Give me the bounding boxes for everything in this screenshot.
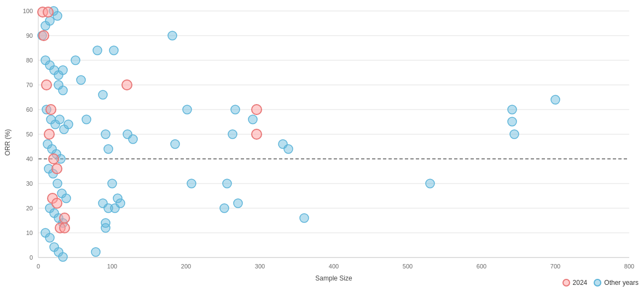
- scatter-plot: 0 10 20 30 40 50 60 70 80 90 100 ORR (%)…: [0, 0, 644, 292]
- svg-text:30: 30: [26, 180, 33, 187]
- svg-text:500: 500: [403, 263, 413, 270]
- chart-container: 0 10 20 30 40 50 60 70 80 90 100 ORR (%)…: [0, 0, 644, 292]
- svg-point-91: [187, 179, 196, 188]
- svg-point-96: [234, 199, 242, 208]
- svg-point-74: [98, 90, 107, 99]
- svg-point-112: [49, 154, 59, 164]
- svg-point-107: [43, 7, 53, 17]
- svg-point-94: [228, 130, 237, 139]
- svg-point-104: [551, 95, 560, 104]
- svg-point-105: [426, 179, 434, 188]
- svg-point-111: [44, 129, 54, 139]
- svg-text:40: 40: [26, 156, 33, 162]
- svg-point-121: [252, 129, 262, 139]
- legend-icon-other: [594, 279, 601, 287]
- svg-point-90: [183, 105, 192, 114]
- svg-point-93: [223, 179, 231, 188]
- svg-text:100: 100: [107, 263, 117, 270]
- svg-point-97: [248, 115, 257, 124]
- svg-text:70: 70: [26, 82, 33, 88]
- svg-point-113: [52, 164, 62, 174]
- legend-item-2024: 2024: [562, 279, 588, 287]
- svg-text:50: 50: [26, 131, 33, 138]
- svg-point-68: [59, 253, 67, 261]
- svg-text:100: 100: [23, 8, 33, 14]
- y-axis-label: ORR (%): [4, 129, 11, 156]
- svg-point-44: [59, 86, 67, 95]
- svg-point-50: [64, 120, 73, 129]
- svg-point-81: [109, 46, 118, 55]
- svg-point-115: [52, 198, 62, 208]
- svg-text:200: 200: [181, 263, 191, 270]
- legend-label-other: Other years: [604, 279, 639, 287]
- svg-point-72: [82, 115, 91, 124]
- svg-point-92: [220, 204, 229, 213]
- chart-legend: 2024 Other years: [562, 279, 639, 287]
- svg-point-57: [53, 179, 62, 188]
- svg-text:700: 700: [550, 263, 560, 270]
- svg-text:10: 10: [26, 230, 33, 236]
- svg-point-101: [508, 105, 517, 114]
- svg-point-80: [101, 224, 110, 232]
- svg-point-109: [42, 80, 51, 90]
- svg-text:20: 20: [26, 205, 33, 211]
- svg-point-76: [104, 145, 113, 153]
- x-axis-label: Sample Size: [315, 274, 352, 282]
- svg-text:600: 600: [477, 263, 486, 270]
- svg-point-75: [101, 130, 110, 139]
- svg-point-117: [60, 223, 69, 233]
- svg-point-118: [60, 213, 69, 223]
- svg-point-70: [71, 56, 80, 65]
- svg-point-35: [45, 16, 54, 25]
- svg-point-99: [284, 145, 293, 153]
- svg-point-82: [108, 179, 117, 188]
- svg-point-89: [171, 140, 179, 148]
- svg-point-119: [122, 80, 132, 90]
- svg-point-65: [45, 233, 54, 242]
- svg-point-100: [300, 214, 309, 222]
- svg-point-85: [116, 199, 125, 208]
- svg-text:0: 0: [30, 254, 33, 261]
- svg-point-48: [55, 115, 64, 124]
- svg-point-108: [39, 31, 49, 41]
- svg-point-69: [91, 248, 100, 256]
- svg-text:80: 80: [26, 57, 33, 64]
- svg-point-73: [93, 46, 102, 55]
- legend-icon-2024: [562, 279, 570, 287]
- legend-label-2024: 2024: [573, 279, 588, 287]
- svg-point-59: [62, 194, 71, 203]
- svg-point-103: [510, 130, 519, 139]
- svg-point-88: [168, 31, 177, 40]
- svg-point-37: [53, 12, 62, 20]
- svg-text:800: 800: [624, 263, 634, 270]
- svg-text:90: 90: [26, 32, 33, 39]
- svg-text:0: 0: [37, 263, 40, 270]
- svg-text:60: 60: [26, 106, 33, 113]
- svg-point-120: [252, 105, 262, 114]
- svg-point-102: [508, 117, 517, 126]
- svg-point-87: [129, 135, 137, 144]
- svg-text:300: 300: [255, 263, 265, 270]
- svg-text:400: 400: [329, 263, 339, 270]
- legend-item-other: Other years: [594, 279, 639, 287]
- svg-point-95: [231, 105, 240, 114]
- svg-point-110: [46, 105, 56, 114]
- svg-point-71: [77, 76, 85, 84]
- svg-point-42: [59, 66, 67, 75]
